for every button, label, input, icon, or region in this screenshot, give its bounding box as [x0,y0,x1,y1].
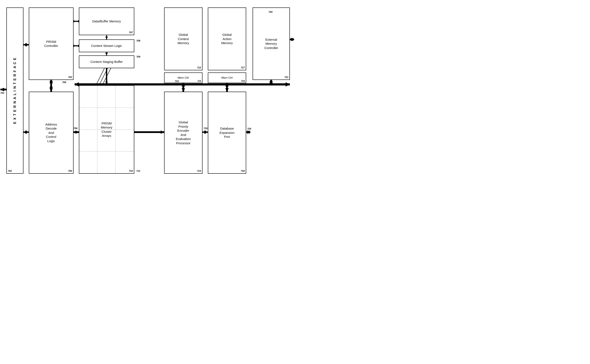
ref-713: 713 [197,170,201,172]
svg-marker-38 [182,88,185,92]
prism-controller-label: PRISMController [44,40,58,48]
svg-line-60 [102,68,111,85]
global-priority-encoder-block: GlobalPriorityEncoderAndEvaluationProces… [164,92,202,174]
svg-marker-56 [269,80,273,83]
content-staging-buffer-block: Content Staging Buffer 709 [79,55,134,68]
ref-710: 710 [129,170,133,172]
global-context-memory-label: GlobalContextMemory [178,32,189,45]
ref-711: 711 [136,170,140,172]
svg-marker-48 [204,130,208,134]
data-buffer-memory-block: Data/Buffer Memory 707 [79,7,134,35]
svg-marker-23 [105,82,108,84]
external-memory-controller-block: ExternalMemoryController 721 [253,7,290,80]
ref-715-label: 715 [175,80,179,83]
external-interface-label: E X T E R N A L I N T E R F A C E [13,57,17,124]
global-action-memory-label: GlobalActionMemory [221,32,233,45]
svg-line-59 [99,68,108,85]
svg-marker-19 [105,37,108,39]
ref-720-top-label: 720 [269,11,272,13]
ref-702: 702 [8,170,12,172]
diagram: { "blocks": { "external_interface": { "l… [0,0,295,182]
svg-marker-2 [286,82,290,86]
svg-marker-39 [182,83,185,86]
ref-706-label: 706 [73,127,77,130]
svg-marker-54 [246,130,250,134]
mem-ctrl-714-label: Mem Ctrl [178,76,189,80]
ref-707: 707 [129,31,133,34]
svg-marker-47 [202,130,206,134]
svg-marker-17 [49,84,53,88]
global-priority-encoder-label: GlobalPriorityEncoderAndEvaluationProces… [176,120,191,145]
prism-memory-cluster-block: PRISMMemoryClusterArrays 710 711 [79,85,134,174]
ref-721: 721 [285,76,288,78]
svg-marker-21 [105,53,108,55]
ref-720-bot-label: 720 [247,127,251,130]
address-decode-label: AddressDecodeAndControlLogic [45,122,57,143]
svg-marker-53 [247,130,250,134]
svg-marker-45 [225,83,229,86]
ref-718: 718 [241,170,245,172]
ref-719: 719 [241,80,245,82]
ref-701-label: 701 [0,92,4,94]
database-expansion-label: DatabaseExpansionPort [220,126,234,139]
global-context-memory-block: GlobalContextMemory 712 [164,7,202,70]
svg-marker-5 [3,88,6,91]
mem-ctrl-719-label: Mem Ctrl [221,76,233,80]
svg-marker-16 [49,88,53,92]
svg-marker-44 [225,88,229,92]
content-stream-logic-block: Content Stream Logic 708 [79,39,134,52]
global-action-memory-block: GlobalActionMemory 717 [208,7,246,70]
ref-708: 708 [136,39,140,42]
svg-marker-11 [25,130,29,134]
ref-705-label: 705 [62,81,66,84]
ref-703: 703 [68,76,72,78]
ref-717: 717 [241,66,245,69]
svg-marker-14 [49,81,53,84]
svg-marker-50 [291,38,294,41]
svg-marker-31 [75,130,79,134]
external-memory-controller-label: ExternalMemoryController [264,38,278,50]
prism-controller-block: PRISMController 703 [29,7,73,80]
external-interface-block: E X T E R N A L I N T E R F A C E 702 [6,7,23,174]
mem-ctrl-714-block: Mem Ctrl 714 [164,72,202,83]
mem-ctrl-719-block: Mem Ctrl 719 [208,72,246,83]
ref-712: 712 [197,66,201,69]
svg-marker-7 [23,43,27,46]
ref-709: 709 [136,55,140,58]
svg-line-58 [96,68,104,85]
svg-marker-51 [290,38,293,41]
content-stream-logic-label: Content Stream Logic [91,44,122,48]
database-expansion-block: DatabaseExpansionPort 718 [208,92,246,174]
svg-marker-33 [161,130,164,134]
prism-memory-cluster-label: PRISMMemoryClusterArrays [101,121,112,138]
content-staging-buffer-label: Content Staging Buffer [90,60,123,64]
svg-marker-8 [25,43,29,46]
data-buffer-memory-label: Data/Buffer Memory [92,19,121,23]
svg-marker-57 [269,81,273,84]
svg-marker-13 [49,80,53,83]
svg-marker-10 [23,130,27,134]
ref-716-label: 716 [204,127,207,130]
svg-marker-1 [75,82,79,86]
svg-marker-4 [0,88,4,91]
ref-714: 714 [197,80,201,82]
ref-704: 704 [68,170,72,172]
address-decode-block: AddressDecodeAndControlLogic 704 [29,92,73,174]
